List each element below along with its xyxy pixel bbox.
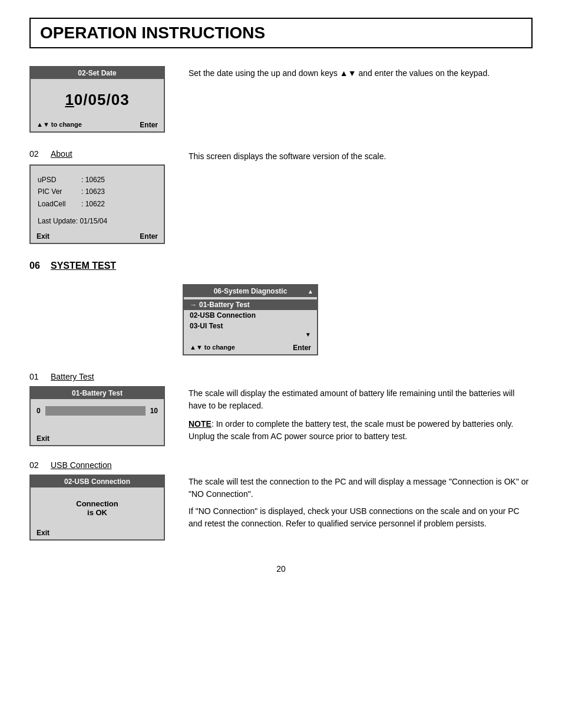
upsd-value: : 10625 bbox=[81, 174, 105, 186]
loadcell-value: : 10622 bbox=[81, 198, 105, 210]
date-rest: 0/05/03 bbox=[74, 91, 130, 108]
usb-desc2: If "NO Connection" is displayed, check y… bbox=[189, 505, 533, 530]
connection-line1: Connection bbox=[31, 499, 164, 508]
battery-test-title: Battery Test bbox=[51, 372, 94, 381]
battery-test-number: 01 bbox=[29, 372, 44, 381]
note-label: NOTE bbox=[189, 419, 211, 429]
sys-diag-down-arrow: ▼ bbox=[184, 331, 317, 339]
date-value: 10/05/03 bbox=[38, 84, 157, 114]
sys-diag-footer-left: ▲▼ to change bbox=[190, 344, 235, 352]
set-date-header: 02-Set Date bbox=[31, 67, 164, 79]
set-date-description: Set the date using the up and down keys … bbox=[189, 66, 533, 80]
usb-number: 02 bbox=[29, 460, 44, 470]
battery-test-note: NOTE: In order to complete the battery t… bbox=[189, 418, 533, 443]
usb-connection-header: 02-USB Connection bbox=[31, 476, 164, 487]
battery-test-description: The scale will display the estimated amo… bbox=[189, 386, 533, 443]
system-diag-widget: 06-System Diagnostic ▲ 01-Battery Test 0… bbox=[183, 284, 318, 355]
usb-connection-description: The scale will test the connection to th… bbox=[189, 475, 533, 530]
page-title: OPERATION INSTRUCTIONS bbox=[29, 18, 533, 48]
picver-label: PIC Ver bbox=[38, 186, 79, 197]
about-number: 02 bbox=[29, 149, 44, 159]
sys-diag-footer-right: Enter bbox=[293, 344, 311, 352]
sys-diag-up-arrow: ▲ bbox=[308, 288, 313, 295]
sys-diag-header: 06-System Diagnostic ▲ bbox=[184, 285, 317, 297]
sys-diag-body: 01-Battery Test 02-USB Connection 03-UI … bbox=[184, 297, 317, 341]
connection-text: Connection is OK bbox=[31, 490, 164, 524]
usb-title: USB Connection bbox=[51, 460, 112, 470]
system-test-number: 06 bbox=[29, 261, 44, 271]
battery-test-footer: Exit bbox=[31, 432, 164, 445]
usb-desc1: The scale will test the connection to th… bbox=[189, 476, 533, 500]
set-date-widget: 02-Set Date 10/05/03 ▲▼ to change Enter bbox=[29, 66, 171, 133]
sys-diag-item-usb: 02-USB Connection bbox=[184, 310, 317, 321]
date-underlined-digit: 1 bbox=[65, 91, 74, 108]
loadcell-label: LoadCell bbox=[38, 198, 79, 210]
system-test-title: SYSTEM TEST bbox=[51, 261, 116, 271]
battery-test-section: 01-Battery Test 0 10 Exit The scale will… bbox=[29, 386, 533, 446]
usb-connection-section: 02-USB Connection Connection is OK Exit … bbox=[29, 475, 533, 541]
set-date-footer-right: Enter bbox=[140, 121, 158, 129]
sys-diag-footer: ▲▼ to change Enter bbox=[184, 341, 317, 354]
note-text: : In order to complete the battery test,… bbox=[189, 419, 513, 441]
about-footer-left: Exit bbox=[37, 232, 49, 241]
set-date-footer-left: ▲▼ to change bbox=[37, 121, 82, 129]
last-update: Last Update: 01/15/04 bbox=[38, 217, 157, 225]
upsd-label: uPSD bbox=[38, 174, 79, 186]
battery-test-desc-text: The scale will display the estimated amo… bbox=[189, 387, 533, 412]
about-description: This screen displays the software versio… bbox=[189, 149, 533, 163]
about-widget: 02 About uPSD: 10625 PIC Ver: 10623 Load… bbox=[29, 149, 171, 244]
battery-test-header: 01-Battery Test bbox=[31, 387, 164, 399]
battery-bar bbox=[45, 406, 146, 416]
battery-bar-container: 0 10 bbox=[31, 401, 164, 420]
usb-exit: Exit bbox=[37, 529, 49, 537]
connection-line2: is OK bbox=[31, 508, 164, 517]
about-table: uPSD: 10625 PIC Ver: 10623 LoadCell: 106… bbox=[38, 170, 157, 213]
usb-connection-widget: 02-USB Connection Connection is OK Exit bbox=[29, 475, 165, 541]
page-number: 20 bbox=[29, 564, 533, 574]
usb-connection-footer: Exit bbox=[31, 526, 164, 539]
picver-value: : 10623 bbox=[81, 186, 105, 197]
about-title: About bbox=[51, 149, 72, 159]
about-footer-right: Enter bbox=[140, 232, 158, 241]
battery-test-exit: Exit bbox=[37, 434, 49, 443]
battery-bar-start: 0 bbox=[37, 407, 41, 415]
battery-bar-end: 10 bbox=[150, 407, 158, 415]
sys-diag-item-ui: 03-UI Test bbox=[184, 321, 317, 331]
sys-diag-item-battery: 01-Battery Test bbox=[184, 299, 317, 310]
battery-test-widget: 01-Battery Test 0 10 Exit bbox=[29, 386, 165, 446]
